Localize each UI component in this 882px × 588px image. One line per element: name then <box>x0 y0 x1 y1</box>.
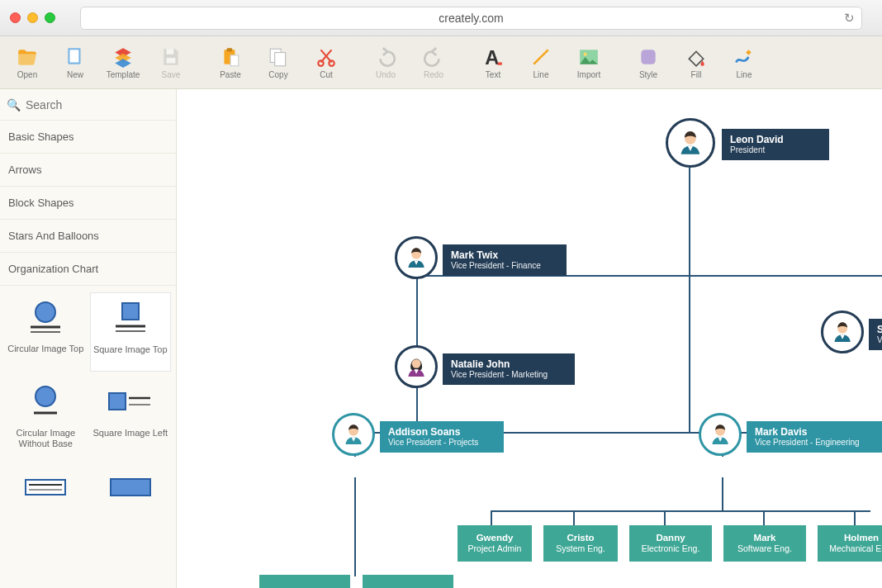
svg-rect-31 <box>111 479 150 496</box>
org-node-vp-engineering-label[interactable]: Mark Davis Vice President - Engineering <box>747 421 882 453</box>
save-icon <box>160 46 182 68</box>
style-button[interactable]: Style <box>626 40 671 86</box>
org-node-vp-finance-label[interactable]: Mark Twix Vice President - Finance <box>443 244 567 276</box>
shapes-sidebar: 🔍 Basic Shapes Arrows Block Shapes Stars… <box>0 89 177 588</box>
svg-point-23 <box>36 386 55 406</box>
shape-square-image-left[interactable]: Square Image Left <box>90 377 172 456</box>
fill-button[interactable]: Fill <box>674 40 718 86</box>
window-controls <box>10 12 55 23</box>
cut-button[interactable]: Cut <box>304 40 349 86</box>
paste-button[interactable]: Paste <box>208 40 253 86</box>
org-node-vp-projects-avatar[interactable] <box>332 413 375 456</box>
org-node-vp-hr-avatar[interactable] <box>821 311 864 353</box>
svg-rect-8 <box>275 52 286 65</box>
save-button[interactable]: Save <box>149 40 193 86</box>
svg-text:A: A <box>485 46 499 68</box>
org-leaf-cristo[interactable]: Cristo System Eng. <box>543 525 618 562</box>
search-icon: 🔍 <box>7 98 21 111</box>
org-node-vp-marketing-avatar[interactable] <box>395 345 438 388</box>
org-node-president-label[interactable]: Leon David President <box>722 129 829 160</box>
svg-rect-28 <box>26 480 65 495</box>
redo-icon <box>423 46 444 68</box>
org-leaf-partial-1[interactable] <box>259 575 350 588</box>
shape-circular-image-no-base[interactable]: Circular Image Without Base <box>5 377 87 456</box>
style-icon <box>638 46 659 68</box>
svg-point-15 <box>584 52 587 55</box>
copy-button[interactable]: Copy <box>256 40 301 86</box>
search-input[interactable] <box>26 98 170 111</box>
main-toolbar: Open New Template Save Paste Copy C <box>0 36 882 89</box>
org-leaf-danny[interactable]: Danny Electronic Eng. <box>629 525 712 562</box>
reload-icon[interactable]: ↻ <box>844 11 855 26</box>
org-leaf-gwendy[interactable]: Gwendy Project Admin <box>458 525 532 562</box>
svg-line-13 <box>533 50 548 64</box>
svg-rect-3 <box>167 58 176 64</box>
url-text: creately.com <box>439 12 503 25</box>
folder-open-icon <box>17 46 38 68</box>
connector <box>689 168 690 275</box>
text-button[interactable]: A Text <box>471 40 515 86</box>
category-basic-shapes[interactable]: Basic Shapes <box>0 121 176 154</box>
org-node-vp-engineering-avatar[interactable] <box>699 413 742 456</box>
org-leaf-mark[interactable]: Mark Software Eng. <box>723 525 806 562</box>
svg-rect-6 <box>230 55 239 65</box>
shape-circular-image-top[interactable]: Circular Image Top <box>5 292 87 372</box>
redo-button[interactable]: Redo <box>411 40 456 86</box>
org-leaf-holmen[interactable]: Holmen Mechanical Eng. <box>818 525 882 562</box>
svg-rect-20 <box>122 303 139 320</box>
text-icon: A <box>482 46 504 68</box>
shape-extra-1[interactable] <box>5 461 87 540</box>
url-bar[interactable]: creately.com ↻ <box>80 7 862 30</box>
org-node-president-avatar[interactable] <box>666 118 715 168</box>
shape-square-image-top[interactable]: Square Image Top <box>90 292 172 372</box>
pencil-line-icon <box>733 46 755 68</box>
canvas[interactable]: Leon David President Mark Twix Vice Pres… <box>177 89 882 588</box>
sidebar-search: 🔍 <box>0 89 176 121</box>
undo-icon <box>375 46 396 68</box>
cut-icon <box>315 46 337 68</box>
org-node-vp-hr-label[interactable]: Stephen George Vice President HR <box>869 319 882 350</box>
template-icon <box>112 46 134 68</box>
undo-button[interactable]: Undo <box>363 40 408 86</box>
line-icon <box>530 46 552 68</box>
connector <box>722 477 723 510</box>
org-node-vp-projects-label[interactable]: Addison Soans Vice President - Projects <box>380 421 504 453</box>
import-icon <box>578 46 600 68</box>
browser-chrome: creately.com ↻ <box>0 0 882 36</box>
svg-rect-1 <box>70 50 79 62</box>
copy-icon <box>268 46 289 68</box>
svg-rect-25 <box>109 393 126 410</box>
minimize-window-button[interactable] <box>27 12 38 23</box>
svg-rect-16 <box>641 50 655 64</box>
paste-icon <box>220 46 241 68</box>
line-style-button[interactable]: Line <box>722 40 766 86</box>
line-button[interactable]: Line <box>519 40 563 86</box>
org-node-vp-finance-avatar[interactable] <box>395 236 438 279</box>
shape-palette: Circular Image Top Square Image Top Circ… <box>0 286 176 547</box>
import-button[interactable]: Import <box>567 40 611 86</box>
svg-rect-12 <box>497 62 501 64</box>
category-org-chart[interactable]: Organization Chart <box>0 253 176 286</box>
open-button[interactable]: Open <box>5 40 50 86</box>
workspace: 🔍 Basic Shapes Arrows Block Shapes Stars… <box>0 89 882 588</box>
category-stars-balloons[interactable]: Stars And Balloons <box>0 220 176 253</box>
shape-extra-2[interactable] <box>90 461 172 540</box>
svg-point-10 <box>329 60 334 66</box>
svg-rect-5 <box>227 48 233 51</box>
category-block-shapes[interactable]: Block Shapes <box>0 187 176 220</box>
org-node-vp-marketing-label[interactable]: Natalie John Vice President - Marketing <box>443 353 575 385</box>
fill-icon <box>685 46 707 68</box>
new-button[interactable]: New <box>53 40 97 86</box>
org-leaf-partial-2[interactable] <box>363 575 453 588</box>
template-button[interactable]: Template <box>101 40 145 86</box>
svg-point-9 <box>318 60 324 66</box>
maximize-window-button[interactable] <box>45 12 55 23</box>
new-doc-icon <box>64 46 86 68</box>
category-arrows[interactable]: Arrows <box>0 154 176 187</box>
connector <box>491 510 870 512</box>
svg-point-17 <box>36 302 55 322</box>
svg-rect-2 <box>167 49 174 55</box>
close-window-button[interactable] <box>10 12 21 23</box>
